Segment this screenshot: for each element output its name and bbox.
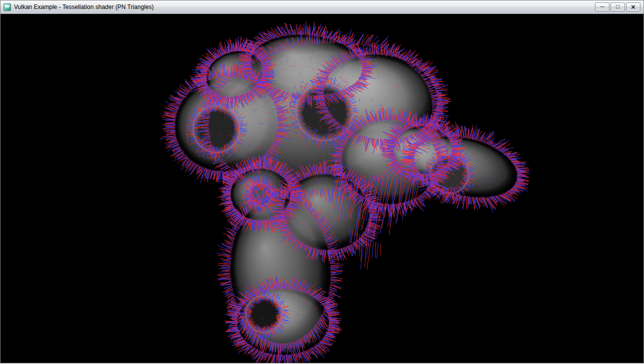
maximize-icon: □ bbox=[616, 4, 620, 10]
app-icon[interactable] bbox=[4, 4, 11, 11]
maximize-button[interactable]: □ bbox=[610, 2, 625, 12]
close-icon: × bbox=[631, 3, 636, 10]
render-viewport bbox=[0, 14, 644, 363]
minimize-icon: ─ bbox=[600, 4, 604, 10]
titlebar[interactable]: Vulkan Example - Tessellation shader (PN… bbox=[0, 0, 644, 14]
close-button[interactable]: × bbox=[626, 2, 640, 12]
app-window: Vulkan Example - Tessellation shader (PN… bbox=[0, 0, 644, 364]
minimize-button[interactable]: ─ bbox=[595, 2, 610, 12]
window-title: Vulkan Example - Tessellation shader (PN… bbox=[14, 4, 592, 10]
render-canvas[interactable] bbox=[0, 14, 644, 363]
window-controls: ─ □ × bbox=[595, 2, 640, 12]
